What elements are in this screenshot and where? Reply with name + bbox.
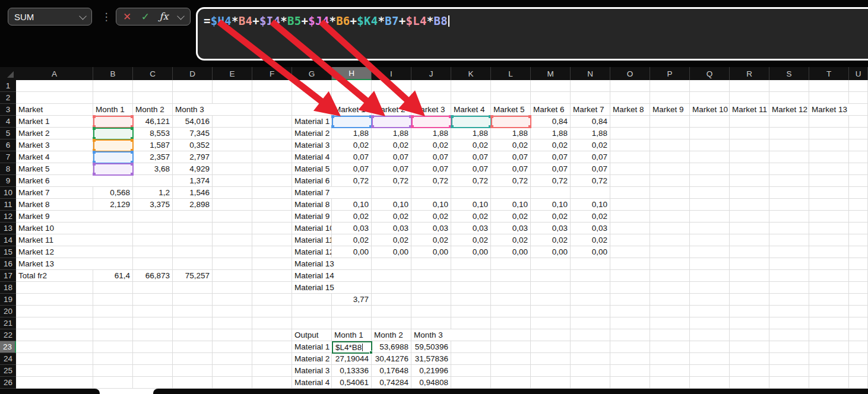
cell-T4[interactable] [809, 116, 849, 128]
cell-B18[interactable] [93, 282, 133, 294]
cell-S8[interactable] [769, 163, 809, 175]
column-header-C[interactable]: C [133, 67, 173, 80]
cell-T7[interactable] [809, 151, 849, 163]
cell-A22[interactable] [16, 329, 93, 341]
cell-E20[interactable] [213, 306, 252, 317]
cell-C21[interactable] [133, 317, 173, 329]
cell-L13[interactable]: 0,03 [491, 223, 531, 234]
cell-F6[interactable] [252, 139, 292, 151]
cell-L11[interactable]: 0,10 [491, 199, 531, 211]
cell-M24[interactable] [531, 353, 571, 365]
cell-A7[interactable]: Market 4 [16, 151, 93, 163]
cell-U22[interactable] [849, 329, 868, 341]
cell-A26[interactable] [16, 377, 93, 389]
formula-bar-menu-icon[interactable]: ⋮ [102, 8, 111, 26]
cell-O2[interactable] [610, 92, 650, 104]
cell-Q25[interactable] [690, 365, 730, 377]
cell-L2[interactable] [491, 92, 531, 104]
cell-G22[interactable]: Output [292, 329, 332, 341]
cell-Q15[interactable] [690, 246, 730, 258]
cell-L17[interactable] [491, 270, 531, 282]
cell-T21[interactable] [809, 317, 849, 329]
cell-J11[interactable]: 0,10 [411, 199, 451, 211]
cell-L18[interactable] [491, 282, 531, 294]
cell-R20[interactable] [730, 306, 769, 317]
cell-E4[interactable] [213, 116, 252, 128]
cell-P13[interactable] [650, 223, 690, 234]
cell-B21[interactable] [93, 317, 133, 329]
cell-U4[interactable] [849, 116, 868, 128]
cell-R7[interactable] [730, 151, 769, 163]
cell-M9[interactable]: 0,72 [531, 175, 571, 187]
cell-J12[interactable]: 0,02 [411, 211, 451, 223]
cell-A24[interactable] [16, 353, 93, 365]
row-header-1[interactable]: 1 [0, 80, 16, 92]
row-header-5[interactable]: 5 [0, 128, 16, 139]
cell-B11[interactable]: 2,129 [93, 199, 133, 211]
cell-J2[interactable] [411, 92, 451, 104]
cell-H7[interactable]: 0,07 [332, 151, 372, 163]
cell-F12[interactable] [252, 211, 292, 223]
row-header-10[interactable]: 10 [0, 187, 16, 199]
cell-O16[interactable] [610, 258, 650, 270]
cell-R11[interactable] [730, 199, 769, 211]
cell-K17[interactable] [451, 270, 491, 282]
cell-F24[interactable] [252, 353, 292, 365]
cell-U24[interactable] [849, 353, 868, 365]
cell-C1[interactable] [133, 80, 173, 92]
cell-O1[interactable] [610, 80, 650, 92]
cell-S16[interactable] [769, 258, 809, 270]
cell-G19[interactable] [292, 294, 332, 306]
cell-C4[interactable]: 46,121 [133, 116, 173, 128]
cell-I25[interactable]: 0,17648 [372, 365, 411, 377]
cell-L4[interactable]: 0,84 [491, 116, 531, 128]
cell-S25[interactable] [769, 365, 809, 377]
cell-F14[interactable] [252, 234, 292, 246]
cell-S12[interactable] [769, 211, 809, 223]
cell-E24[interactable] [213, 353, 252, 365]
cell-N18[interactable] [571, 282, 610, 294]
cell-U21[interactable] [849, 317, 868, 329]
cell-O21[interactable] [610, 317, 650, 329]
cell-R17[interactable] [730, 270, 769, 282]
cell-N13[interactable]: 0,03 [571, 223, 610, 234]
cell-G6[interactable]: Material 3 [292, 139, 332, 151]
cell-N1[interactable] [571, 80, 610, 92]
cell-C9[interactable] [133, 175, 173, 187]
cell-I22[interactable]: Month 2 [372, 329, 411, 341]
cell-T20[interactable] [809, 306, 849, 317]
cell-B3[interactable]: Month 1 [93, 104, 133, 116]
cell-M16[interactable] [531, 258, 571, 270]
cell-F23[interactable] [252, 341, 292, 353]
cell-A3[interactable]: Market [16, 104, 93, 116]
cell-R18[interactable] [730, 282, 769, 294]
cell-G15[interactable]: Material 12 [292, 246, 332, 258]
cell-T2[interactable] [809, 92, 849, 104]
cell-A14[interactable]: Market 11 [16, 234, 93, 246]
cell-L7[interactable]: 0,07 [491, 151, 531, 163]
cell-S13[interactable] [769, 223, 809, 234]
cell-S5[interactable] [769, 128, 809, 139]
cell-G7[interactable]: Material 4 [292, 151, 332, 163]
cell-F13[interactable] [252, 223, 292, 234]
cell-M19[interactable] [531, 294, 571, 306]
cell-J7[interactable]: 0,07 [411, 151, 451, 163]
cell-S4[interactable] [769, 116, 809, 128]
cell-I17[interactable] [372, 270, 411, 282]
cell-O7[interactable] [610, 151, 650, 163]
cell-K3[interactable]: Market 4 [451, 104, 491, 116]
cell-S11[interactable] [769, 199, 809, 211]
cell-M6[interactable]: 0,02 [531, 139, 571, 151]
cell-U9[interactable] [849, 175, 868, 187]
cell-R3[interactable]: Market 11 [730, 104, 769, 116]
cell-N9[interactable]: 0,72 [571, 175, 610, 187]
cell-P4[interactable] [650, 116, 690, 128]
cell-P9[interactable] [650, 175, 690, 187]
cell-A20[interactable] [16, 306, 93, 317]
cell-M13[interactable]: 0,03 [531, 223, 571, 234]
cell-P18[interactable] [650, 282, 690, 294]
row-header-9[interactable]: 9 [0, 175, 16, 187]
cell-Q14[interactable] [690, 234, 730, 246]
cell-U12[interactable] [849, 211, 868, 223]
cell-L22[interactable] [491, 329, 531, 341]
